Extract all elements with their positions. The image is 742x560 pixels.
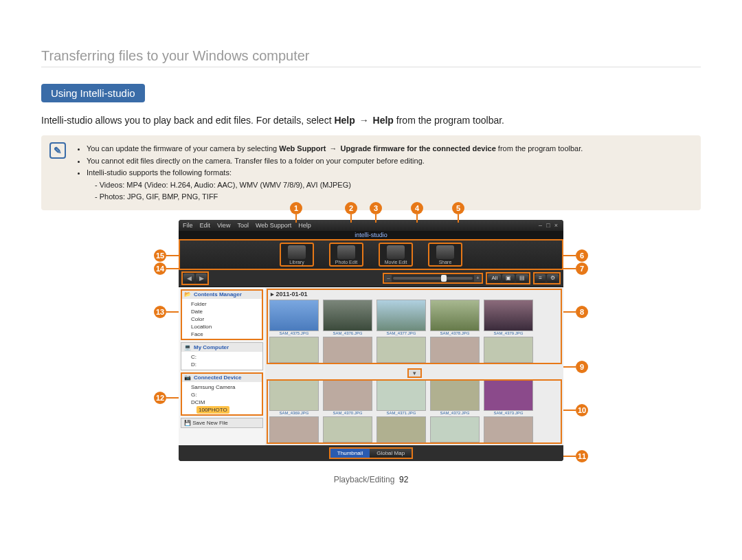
thumbnail[interactable]: SAM_4371.JPG	[376, 379, 426, 415]
thumbnail[interactable]	[269, 416, 319, 443]
app-brand: intelli-studio	[179, 231, 563, 239]
menu-file[interactable]: File	[183, 222, 193, 229]
mode-row: Library Photo Edit Movie Edit Share	[179, 239, 563, 270]
callout-2: 2	[345, 202, 357, 214]
thumbnail[interactable]: SAM_4370.JPG	[323, 379, 372, 415]
computer-icon: 💻	[184, 344, 191, 350]
bottom-view-toggle[interactable]: Thumbnail Global Map	[329, 447, 413, 459]
minimize-icon[interactable]: –	[537, 222, 543, 229]
callout-12: 12	[154, 392, 166, 404]
sidebar-item-color[interactable]: Color	[191, 315, 260, 323]
filter-videos-icon[interactable]: ▤	[516, 274, 528, 282]
thumbnail[interactable]	[376, 416, 426, 443]
callout-6: 6	[576, 249, 588, 262]
thumbnail[interactable]	[269, 337, 319, 363]
mode-movie-edit-label: Movie Edit	[385, 260, 407, 265]
thumbnail-label: SAM_4378.JPG	[440, 331, 469, 335]
menu-help[interactable]: Help	[298, 222, 311, 229]
thumbnail-label: SAM_4373.JPG	[493, 411, 523, 415]
page-footer: Playback/Editing 92	[41, 475, 701, 484]
device-g-drive[interactable]: G:	[191, 391, 260, 399]
sidebar-item-face[interactable]: Face	[191, 331, 260, 338]
thumbnail[interactable]	[484, 337, 533, 363]
zoom-in-icon[interactable]: +	[474, 275, 481, 282]
device-dcim[interactable]: DCIM	[191, 399, 260, 406]
sidebar-item-date[interactable]: Date	[191, 308, 260, 315]
app-screenshot: 1 2 3 4 5 15 14 13 12 6 7 8 9 10 11 File…	[179, 220, 563, 461]
note-b1-bold2: Upgrade firmware for the connected devic…	[341, 144, 496, 153]
thumbnail[interactable]: SAM_4378.JPG	[430, 300, 480, 335]
zoom-knob[interactable]	[441, 275, 447, 282]
content-pane: ▸ 2011-01-01 SAM_4375.JPG SAM_4376.JPG S…	[265, 287, 563, 445]
callout-7: 7	[576, 262, 588, 275]
thumbnail[interactable]: SAM_4375.JPG	[269, 300, 319, 335]
note-box: ✎ You can update the firmware of your ca…	[41, 135, 701, 210]
connected-device-title-label: Connected Device	[194, 374, 241, 381]
callout-4: 4	[411, 202, 423, 214]
contents-icon: 📂	[184, 291, 191, 298]
intro-pre: Intelli-studio allows you to play back a…	[41, 115, 334, 126]
zoom-out-icon[interactable]: –	[385, 275, 392, 282]
mode-share[interactable]: Share	[428, 243, 462, 267]
view-global-map-button[interactable]: Global Map	[370, 449, 412, 458]
callout-14: 14	[154, 262, 166, 275]
connected-device-panel: 📷Connected Device Samsung Camera G: DCIM…	[181, 372, 263, 416]
menu-edit[interactable]: Edit	[200, 222, 211, 229]
close-icon[interactable]: ×	[553, 222, 559, 229]
menu-view[interactable]: View	[217, 222, 230, 229]
thumbnail[interactable]: SAM_4376.JPG	[323, 300, 372, 335]
intro-paragraph: Intelli-studio allows you to play back a…	[41, 115, 701, 126]
pane-divider: ▾	[265, 366, 563, 378]
tool-row: ◀ ▶ – + All ▣ ▤ ≡ ⚙	[179, 270, 563, 287]
thumbnail[interactable]: SAM_4372.JPG	[430, 379, 480, 415]
filter-all-label: All	[488, 274, 501, 282]
mode-movie-edit[interactable]: Movie Edit	[379, 243, 413, 267]
thumbnail[interactable]	[430, 337, 480, 363]
thumbnail[interactable]	[376, 337, 426, 363]
menu-web-support[interactable]: Web Support	[256, 222, 291, 229]
note-bullet-1: You can update the firmware of your came…	[87, 143, 691, 155]
thumbnail-label: SAM_4375.JPG	[279, 331, 308, 335]
callout-1: 1	[290, 202, 302, 214]
nav-forward-icon[interactable]: ▶	[196, 273, 207, 283]
maximize-icon[interactable]: □	[545, 222, 551, 229]
sidebar-item-folder[interactable]: Folder	[191, 300, 260, 308]
thumbnail[interactable]: SAM_4373.JPG	[484, 379, 533, 415]
device-100photo[interactable]: 100PHOTO	[196, 406, 229, 414]
thumbnail[interactable]: SAM_4379.JPG	[484, 300, 533, 335]
drive-d[interactable]: D:	[191, 361, 260, 368]
thumbnail-label: SAM_4371.JPG	[386, 411, 416, 415]
view-list-icon[interactable]: ≡	[535, 274, 546, 282]
mode-photo-edit[interactable]: Photo Edit	[329, 243, 363, 267]
thumbnail[interactable]	[430, 416, 480, 443]
date-header: ▸ 2011-01-01	[267, 289, 562, 300]
sidebar-item-location[interactable]: Location	[191, 323, 260, 331]
bottom-view-bar: Thumbnail Global Map	[179, 445, 563, 461]
note-bullet-2: You cannot edit files directly on the ca…	[87, 155, 691, 167]
thumbnail[interactable]: SAM_4377.JPG	[376, 300, 426, 335]
breadcrumb: Transferring files to your Windows compu…	[41, 48, 701, 67]
filter-all[interactable]: All ▣ ▤	[486, 272, 530, 284]
filter-photos-icon[interactable]: ▣	[502, 274, 515, 282]
thumbnail-zoom-slider[interactable]: – +	[383, 273, 483, 284]
view-settings-icon[interactable]: ⚙	[547, 274, 559, 282]
thumbnail[interactable]	[323, 337, 372, 363]
note-bullet-3: Intelli-studio supports the following fo…	[87, 167, 691, 203]
drive-c[interactable]: C:	[191, 353, 260, 361]
menu-tool[interactable]: Tool	[237, 222, 249, 229]
callout-8: 8	[576, 306, 588, 318]
save-new-file[interactable]: 💾 Save New File	[181, 418, 263, 428]
thumbnail[interactable]: SAM_4369.JPG	[269, 379, 319, 415]
device-camera[interactable]: Samsung Camera	[191, 383, 260, 391]
mode-library[interactable]: Library	[280, 243, 314, 267]
thumbnail[interactable]	[323, 416, 372, 443]
thumbnail[interactable]	[484, 416, 533, 443]
contents-manager-title: 📂Contents Manager	[181, 290, 262, 299]
view-thumbnail-button[interactable]: Thumbnail	[330, 449, 370, 458]
my-computer-title: 💻My Computer	[181, 343, 262, 352]
nav-back-icon[interactable]: ◀	[183, 273, 194, 283]
divider-handle-icon[interactable]: ▾	[407, 368, 422, 378]
thumbnail-label: SAM_4369.JPG	[279, 411, 308, 415]
window-controls[interactable]: – □ ×	[537, 222, 559, 229]
my-computer-panel: 💻My Computer C: D:	[181, 342, 263, 370]
